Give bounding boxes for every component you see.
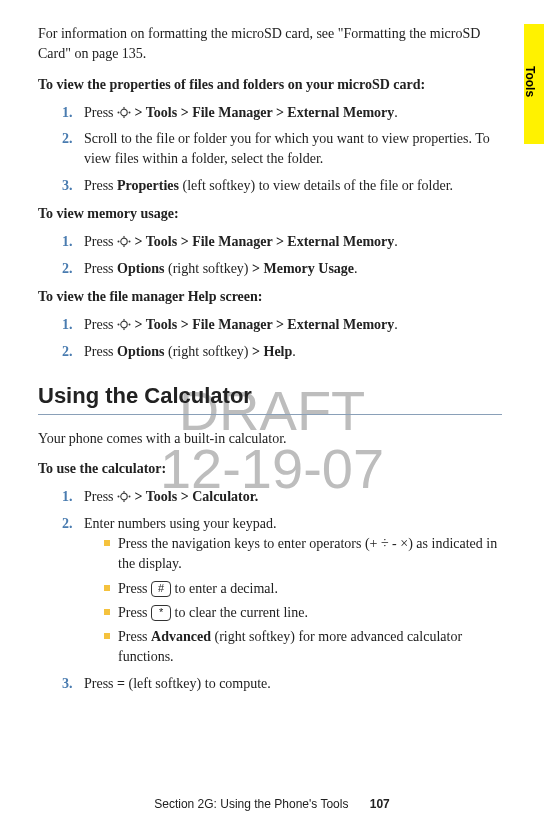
calc-intro: Your phone comes with a built-in calcula…: [38, 429, 502, 449]
step-bold: > Tools > File Manager > External Memory: [131, 105, 394, 120]
sub-text: Press: [118, 605, 151, 620]
sub-text: Press: [118, 581, 151, 596]
step-bold: > Help: [252, 344, 292, 359]
steps-view-properties: 1. Press > Tools > File Manager > Extern…: [38, 103, 502, 196]
subheading-help-screen: To view the file manager Help screen:: [38, 287, 502, 307]
sublist-item: Press Advanced (right softkey) for more …: [104, 627, 502, 668]
step-tail: .: [292, 344, 296, 359]
nav-key-icon: [117, 106, 131, 119]
sub-text: to enter a decimal.: [171, 581, 278, 596]
step-text: (left softkey) to view details of the fi…: [179, 178, 453, 193]
nav-key-icon: [117, 490, 131, 503]
sub-bold: Advanced: [151, 629, 211, 644]
step-bold: > Tools > Calculator.: [131, 489, 258, 504]
svg-point-2: [129, 111, 131, 113]
step-text: Enter numbers using your keypad.: [84, 516, 276, 531]
step-item: 2. Enter numbers using your keypad. Pres…: [62, 514, 502, 668]
step-bold: Properties: [117, 178, 179, 193]
sub-text: Press: [118, 629, 151, 644]
step-text: (left softkey) to compute.: [125, 676, 271, 691]
step-text: Press: [84, 317, 117, 332]
svg-point-7: [118, 324, 120, 326]
step-bold: > Memory Usage: [252, 261, 354, 276]
nav-key-icon: [117, 318, 131, 331]
step-item: 1. Press > Tools > File Manager > Extern…: [62, 315, 502, 335]
sublist-item: Press the navigation keys to enter opera…: [104, 534, 502, 575]
sublist-item: Press # to enter a decimal.: [104, 579, 502, 599]
subheading-use-calculator: To use the calculator:: [38, 459, 502, 479]
step-number: 3.: [62, 176, 73, 196]
step-item: 2. Press Options (right softkey) > Help.: [62, 342, 502, 362]
subheading-view-properties: To view the properties of files and fold…: [38, 75, 502, 95]
step-text: (right softkey): [165, 261, 252, 276]
svg-point-4: [118, 241, 120, 243]
step-tail: .: [394, 317, 398, 332]
step-item: 3. Press = (left softkey) to compute.: [62, 674, 502, 694]
step-text: Press: [84, 344, 117, 359]
step-text: Press: [84, 261, 117, 276]
svg-point-1: [118, 111, 120, 113]
page-footer: Section 2G: Using the Phone's Tools 107: [0, 796, 544, 813]
page-number: 107: [370, 797, 390, 811]
steps-memory-usage: 1. Press > Tools > File Manager > Extern…: [38, 232, 502, 279]
nav-key-icon: [117, 235, 131, 248]
sub-text: to clear the current line.: [171, 605, 308, 620]
step-text: Press: [84, 234, 117, 249]
step-item: 1. Press > Tools > File Manager > Extern…: [62, 232, 502, 252]
step-number: 1.: [62, 315, 73, 335]
step-number: 2.: [62, 342, 73, 362]
page-content: For information on formatting the microS…: [0, 0, 544, 726]
step-tail: .: [354, 261, 358, 276]
step-number: 2.: [62, 514, 73, 534]
svg-point-10: [118, 496, 120, 498]
svg-point-11: [129, 496, 131, 498]
step-number: 3.: [62, 674, 73, 694]
svg-point-0: [121, 109, 127, 115]
sub-text: Press the navigation keys to enter opera…: [118, 536, 497, 571]
step-bold: Options: [117, 261, 164, 276]
svg-point-8: [129, 324, 131, 326]
step-text: Press: [84, 178, 117, 193]
step-tail: .: [394, 105, 398, 120]
side-tab: Tools: [524, 24, 544, 144]
step-text: Press: [84, 105, 117, 120]
step-text: Scroll to the file or folder you for whi…: [84, 131, 490, 166]
step-text: Press: [84, 676, 117, 691]
step-bold: > Tools > File Manager > External Memory: [131, 234, 394, 249]
step-number: 2.: [62, 129, 73, 149]
step-number: 2.: [62, 259, 73, 279]
step-text: (right softkey): [165, 344, 252, 359]
hash-key-icon: #: [151, 581, 171, 597]
step-number: 1.: [62, 103, 73, 123]
step-bold: =: [117, 676, 125, 691]
step-item: 1. Press > Tools > Calculator.: [62, 487, 502, 507]
step-item: 2. Scroll to the file or folder you for …: [62, 129, 502, 170]
step-text: Press: [84, 489, 117, 504]
steps-use-calculator: 1. Press > Tools > Calculator. 2. Enter …: [38, 487, 502, 694]
svg-point-3: [121, 239, 127, 245]
footer-section-label: Section 2G: Using the Phone's Tools: [154, 797, 348, 811]
step-tail: .: [394, 234, 398, 249]
sublist-item: Press * to clear the current line.: [104, 603, 502, 623]
step-item: 1. Press > Tools > File Manager > Extern…: [62, 103, 502, 123]
step-number: 1.: [62, 487, 73, 507]
intro-paragraph: For information on formatting the microS…: [38, 24, 502, 65]
svg-point-6: [121, 322, 127, 328]
svg-point-5: [129, 241, 131, 243]
step-number: 1.: [62, 232, 73, 252]
step-bold: > Tools > File Manager > External Memory: [131, 317, 394, 332]
star-key-icon: *: [151, 605, 171, 621]
title-rule: [38, 414, 502, 415]
side-tab-label: Tools: [521, 66, 538, 97]
svg-point-9: [121, 494, 127, 500]
steps-help-screen: 1. Press > Tools > File Manager > Extern…: [38, 315, 502, 362]
calc-sublist: Press the navigation keys to enter opera…: [84, 534, 502, 668]
step-bold: Options: [117, 344, 164, 359]
step-item: 2. Press Options (right softkey) > Memor…: [62, 259, 502, 279]
section-title-calculator: Using the Calculator: [38, 380, 502, 412]
step-item: 3. Press Properties (left softkey) to vi…: [62, 176, 502, 196]
subheading-memory-usage: To view memory usage:: [38, 204, 502, 224]
